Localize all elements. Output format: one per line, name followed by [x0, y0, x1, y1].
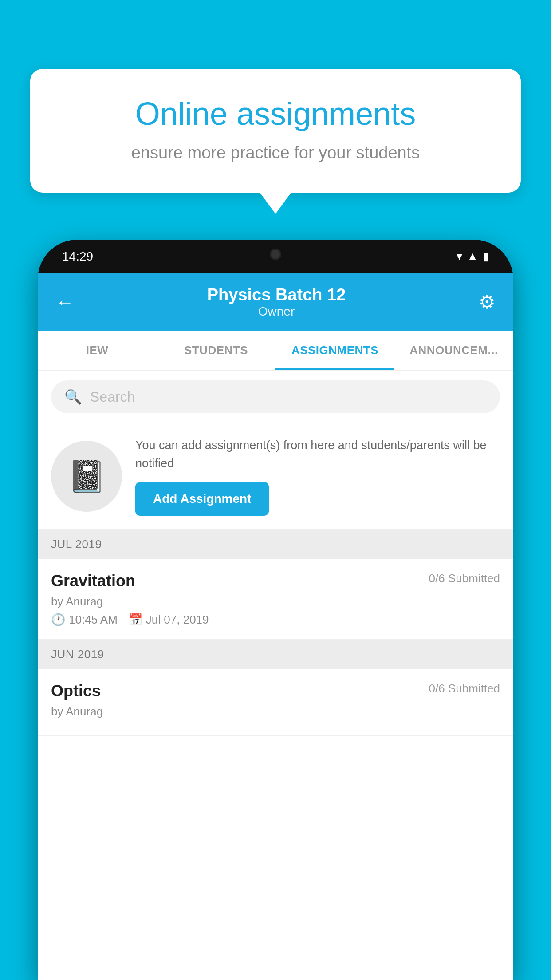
- header-center: Physics Batch 12 Owner: [207, 285, 346, 319]
- promo-icon-circle: 📓: [51, 441, 122, 512]
- section-header-jun: JUN 2019: [38, 640, 513, 669]
- tab-students[interactable]: STUDENTS: [157, 331, 276, 370]
- section-header-jul: JUL 2019: [38, 530, 513, 559]
- back-button[interactable]: ←: [55, 292, 74, 313]
- speech-bubble: Online assignments ensure more practice …: [30, 69, 521, 193]
- tabs-container: IEW STUDENTS ASSIGNMENTS ANNOUNCEM...: [38, 331, 513, 371]
- phone-camera: [270, 249, 281, 260]
- status-bar: 14:29 ▾ ▲ ▮: [38, 240, 513, 273]
- tab-announcements[interactable]: ANNOUNCEM...: [394, 331, 513, 370]
- assignment-optics-name: Optics: [51, 682, 101, 700]
- search-icon: 🔍: [64, 388, 82, 405]
- assignment-item-optics[interactable]: Optics 0/6 Submitted by Anurag: [38, 669, 513, 736]
- app-header: ← Physics Batch 12 Owner ⚙: [38, 273, 513, 331]
- assignment-gravitation-header: Gravitation 0/6 Submitted: [51, 572, 500, 590]
- search-placeholder: Search: [90, 389, 135, 405]
- assignment-optics-header: Optics 0/6 Submitted: [51, 682, 500, 700]
- assignment-gravitation-date: 📅 Jul 07, 2019: [128, 613, 209, 627]
- assignment-gravitation-name: Gravitation: [51, 572, 135, 590]
- settings-icon[interactable]: ⚙: [479, 291, 496, 313]
- promo-content: You can add assignment(s) from here and …: [135, 436, 500, 516]
- header-title: Physics Batch 12: [207, 285, 346, 304]
- promo-section: 📓 You can add assignment(s) from here an…: [38, 423, 513, 530]
- assignment-gravitation-date-text: Jul 07, 2019: [146, 613, 209, 627]
- speech-bubble-subtitle: ensure more practice for your students: [61, 142, 490, 164]
- phone-frame: 14:29 ▾ ▲ ▮ ← Physics Batch 12 Owner ⚙ I…: [38, 240, 513, 980]
- battery-icon: ▮: [483, 249, 489, 263]
- wifi-icon: ▾: [457, 249, 462, 263]
- tab-assignments[interactable]: ASSIGNMENTS: [276, 331, 394, 370]
- add-assignment-button[interactable]: Add Assignment: [135, 482, 269, 516]
- assignment-item-gravitation[interactable]: Gravitation 0/6 Submitted by Anurag 🕐 10…: [38, 559, 513, 640]
- assignment-gravitation-by: by Anurag: [51, 595, 500, 609]
- status-icons: ▾ ▲ ▮: [457, 249, 489, 263]
- assignment-gravitation-time: 🕐 10:45 AM: [51, 613, 118, 627]
- status-time: 14:29: [62, 249, 93, 264]
- search-container: 🔍 Search: [38, 371, 513, 423]
- assignment-gravitation-meta-row: 🕐 10:45 AM 📅 Jul 07, 2019: [51, 613, 500, 627]
- clock-icon: 🕐: [51, 613, 65, 627]
- tab-iew[interactable]: IEW: [38, 331, 157, 370]
- speech-bubble-title: Online assignments: [61, 95, 490, 132]
- promo-text: You can add assignment(s) from here and …: [135, 436, 500, 472]
- notebook-icon: 📓: [67, 458, 106, 494]
- phone-notch: [231, 240, 320, 269]
- header-subtitle: Owner: [207, 304, 346, 319]
- search-bar[interactable]: 🔍 Search: [51, 380, 500, 413]
- signal-icon: ▲: [467, 249, 478, 263]
- calendar-icon: 📅: [128, 613, 142, 627]
- phone-screen: ← Physics Batch 12 Owner ⚙ IEW STUDENTS …: [38, 273, 513, 980]
- assignment-gravitation-time-text: 10:45 AM: [69, 613, 118, 627]
- assignment-optics-by: by Anurag: [51, 705, 500, 719]
- assignment-optics-submitted: 0/6 Submitted: [429, 682, 500, 695]
- speech-bubble-container: Online assignments ensure more practice …: [30, 69, 521, 193]
- assignment-gravitation-submitted: 0/6 Submitted: [429, 572, 500, 585]
